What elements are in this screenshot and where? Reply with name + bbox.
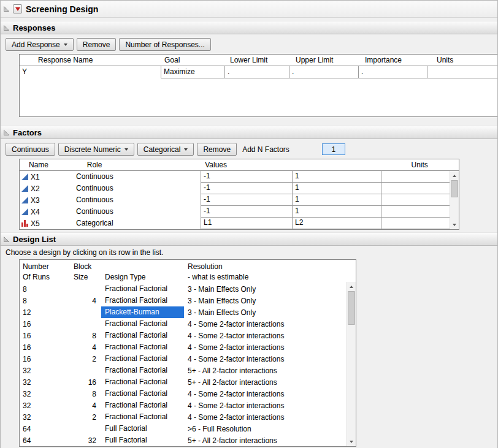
design-row[interactable]: 32 Fractional Factorial 5+ - All 2-facto… (20, 365, 347, 376)
design-resolution: 5+ - All 2-factor interactions (184, 378, 347, 387)
disclosure-triangle-icon[interactable] (4, 25, 9, 31)
factor-units-cell[interactable] (381, 194, 451, 206)
column-header-size: Size (72, 273, 101, 281)
scroll-down-button[interactable] (347, 437, 356, 446)
remove-factor-button[interactable]: Remove (197, 143, 237, 156)
design-row[interactable]: 8 4 Fractional Factorial 3 - Main Effect… (20, 295, 347, 306)
column-header-lower-limit: Lower Limit (225, 56, 289, 64)
design-row[interactable]: 16 2 Fractional Factorial 4 - Some 2-fac… (20, 353, 347, 365)
design-resolution: >6 - Full Resolution (184, 425, 347, 433)
discrete-numeric-button[interactable]: Discrete Numeric (58, 143, 134, 156)
design-row[interactable]: 16 8 Fractional Factorial 4 - Some 2-fac… (20, 330, 347, 341)
design-resolution: 4 - Some 2-factor interactions (184, 332, 347, 340)
design-resolution: 5+ - All 2-factor interactions (184, 366, 347, 375)
factor-row[interactable]: X1 Continuous -1 1 (20, 171, 459, 183)
factor-units-cell[interactable] (381, 183, 451, 194)
factor-row[interactable]: X2 Continuous -1 1 (20, 183, 459, 194)
factor-value2-cell[interactable]: 1 (293, 194, 381, 206)
responses-table-empty-area (20, 78, 497, 116)
responses-table-header: Response Name Goal Lower Limit Upper Lim… (20, 55, 497, 66)
factors-scrollbar[interactable] (450, 171, 459, 229)
scroll-up-button[interactable] (347, 282, 356, 291)
design-runs: 32 (20, 401, 72, 410)
column-header-importance: Importance (359, 56, 427, 64)
factor-value2-cell[interactable]: 1 (293, 171, 381, 183)
design-block-size: 4 (72, 297, 101, 305)
factor-value2-cell[interactable]: L2 (293, 218, 381, 229)
disclosure-triangle-icon[interactable] (4, 6, 9, 12)
factor-role-cell: Continuous (75, 183, 201, 194)
scrollbar-track[interactable] (450, 180, 459, 220)
design-runs: 12 (20, 308, 72, 317)
factor-units-cell[interactable] (381, 171, 451, 183)
factor-value1-cell[interactable]: -1 (201, 194, 293, 206)
factor-value1-cell[interactable]: L1 (201, 218, 293, 229)
add-response-button[interactable]: Add Response (6, 38, 74, 51)
factor-value1-cell[interactable]: -1 (201, 206, 293, 218)
design-row-selected[interactable]: 12 Plackett-Burman 3 - Main Effects Only (20, 306, 347, 318)
design-row[interactable]: 16 Fractional Factorial 4 - Some 2-facto… (20, 318, 347, 330)
factor-row[interactable]: X5 Categorical L1 L2 (20, 218, 459, 229)
factor-row[interactable]: X4 Continuous -1 1 (20, 206, 459, 218)
scrollbar-thumb[interactable] (348, 291, 355, 325)
design-runs: 8 (20, 297, 72, 305)
design-list-section-title: Design List (13, 235, 56, 244)
design-resolution: 4 - Some 2-factor interactions (184, 401, 347, 410)
design-type: Fractional Factorial (101, 365, 184, 376)
dropdown-arrow-icon (124, 148, 128, 151)
responses-section-title: Responses (13, 23, 55, 32)
design-row[interactable]: 32 4 Fractional Factorial 4 - Some 2-fac… (20, 400, 347, 411)
design-type: Fractional Factorial (101, 388, 184, 400)
add-response-label: Add Response (12, 40, 60, 49)
continuous-button[interactable]: Continuous (6, 143, 55, 156)
design-block-size: 4 (72, 343, 101, 352)
remove-response-button[interactable]: Remove (77, 38, 117, 51)
factor-name-cell: X1 (20, 171, 75, 183)
response-lower-limit-cell[interactable]: . (225, 66, 289, 78)
categorical-factor-icon (21, 220, 28, 227)
design-row[interactable]: 16 4 Fractional Factorial 4 - Some 2-fac… (20, 341, 347, 353)
response-upper-limit-cell[interactable]: . (289, 66, 359, 78)
design-type: Fractional Factorial (101, 330, 184, 341)
design-row[interactable]: 64 Full Factorial >6 - Full Resolution (20, 423, 347, 435)
design-row[interactable]: 32 2 Fractional Factorial 4 - Some 2-fac… (20, 411, 347, 423)
continuous-factor-icon (21, 208, 28, 215)
scrollbar-thumb[interactable] (451, 180, 458, 197)
factor-units-cell[interactable] (381, 206, 451, 218)
design-runs: 16 (20, 320, 72, 328)
design-runs: 32 (20, 390, 72, 398)
design-row[interactable]: 64 32 Full Factorial 5+ - All 2-factor i… (20, 435, 347, 446)
red-triangle-menu-button[interactable] (13, 4, 22, 13)
response-name-cell[interactable]: Y (20, 66, 161, 78)
factor-row[interactable]: X3 Continuous -1 1 (20, 194, 459, 206)
factor-value1-cell[interactable]: -1 (201, 171, 293, 183)
column-header-upper-limit: Upper Limit (289, 56, 359, 64)
design-row[interactable]: 8 Fractional Factorial 3 - Main Effects … (20, 283, 347, 295)
categorical-button[interactable]: Categorical (137, 143, 194, 156)
scroll-up-button[interactable] (450, 171, 459, 180)
response-units-cell[interactable] (427, 66, 497, 78)
design-row[interactable]: 32 16 Fractional Factorial 5+ - All 2-fa… (20, 376, 347, 388)
design-row[interactable]: 32 8 Fractional Factorial 4 - Some 2-fac… (20, 388, 347, 400)
factor-units-cell[interactable] (381, 218, 451, 229)
factors-table-body: X1 Continuous -1 1 X2 Continuous -1 1 X3… (20, 171, 459, 229)
continuous-label: Continuous (12, 145, 49, 154)
scroll-down-button[interactable] (450, 220, 459, 229)
response-row[interactable]: Y Maximize . . . (20, 66, 497, 78)
add-n-factors-input[interactable] (322, 143, 345, 155)
disclosure-triangle-icon[interactable] (4, 130, 9, 135)
design-list-scrollbar[interactable] (347, 282, 356, 446)
design-resolution: 4 - Some 2-factor interactions (184, 343, 347, 352)
factor-value2-cell[interactable]: 1 (293, 183, 381, 194)
design-block-size: 2 (72, 413, 101, 422)
disclosure-triangle-icon[interactable] (4, 237, 9, 242)
factor-value1-cell[interactable]: -1 (201, 183, 293, 194)
response-goal-cell[interactable]: Maximize (161, 66, 225, 78)
column-header-block: Block (72, 262, 101, 271)
response-importance-cell[interactable]: . (359, 66, 427, 78)
number-of-responses-button[interactable]: Number of Responses... (119, 38, 210, 51)
scrollbar-track[interactable] (347, 291, 356, 437)
number-of-responses-label: Number of Responses... (125, 40, 204, 49)
factor-value2-cell[interactable]: 1 (293, 206, 381, 218)
design-runs: 16 (20, 355, 72, 363)
